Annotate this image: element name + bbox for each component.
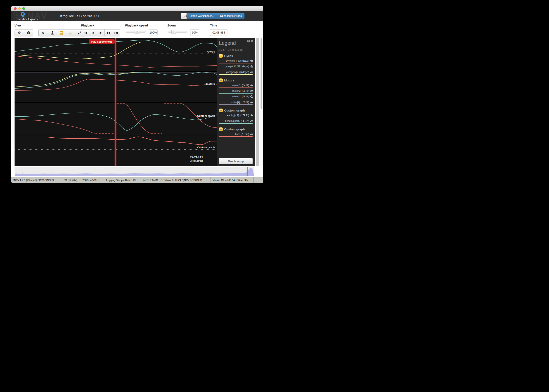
step-forward-button[interactable] [104, 29, 112, 36]
legend-item[interactable]: baro (25.9m) [219, 132, 253, 138]
expand-arrows-icon [78, 31, 81, 35]
close-window-button[interactable] [14, 7, 17, 10]
export-video-button[interactable]: Export video... [181, 13, 187, 19]
series-color-underline [219, 136, 253, 137]
series-color-underline [219, 87, 253, 88]
spectrum-view-button[interactable] [66, 29, 75, 36]
legend-item[interactable]: heading[pitch] (-45.0°) [219, 119, 253, 125]
graph-canvas[interactable]: Gyros Motors Custom graph 02:08.884 #006… [14, 38, 217, 166]
title-bar[interactable] [11, 6, 263, 11]
zoom-slider-thumb[interactable] [172, 30, 176, 34]
status-bar: INAV 1.2.0 (29eefe8) SPRACINGF33S (12.70… [11, 177, 263, 183]
sticks-view-button[interactable] [48, 29, 57, 36]
legend-item-label: motor[4] (100 %) [231, 101, 249, 104]
help-icon[interactable]: ? [247, 40, 250, 42]
log-file-title: Krogulec ESC on fire.TXT [60, 14, 100, 18]
skip-end-icon [115, 32, 118, 34]
collapse-group-button[interactable] [219, 127, 223, 131]
jump-start-button[interactable] [81, 29, 89, 36]
mixer-icon[interactable] [250, 95, 253, 98]
collapse-group-button[interactable] [219, 78, 223, 82]
graph-section-label: Motors [206, 83, 215, 85]
legend-item[interactable]: motor[2] (96 %) [219, 89, 253, 94]
legend-item[interactable]: gyro[pitch] (482 deg/s) [219, 65, 253, 70]
mixer-icon[interactable] [250, 120, 253, 123]
zoom-window-button[interactable] [22, 7, 25, 10]
zoom-input[interactable] [190, 29, 199, 36]
mixer-icon[interactable] [250, 84, 253, 87]
series-color-underline [219, 105, 253, 105]
playback-speed-input[interactable] [149, 29, 158, 36]
log-time-range: 01:37 - 03:48 [02:11] [219, 48, 253, 51]
minimize-window-button[interactable] [18, 7, 21, 10]
playback-cursor-line[interactable] [115, 38, 116, 166]
legend-item[interactable]: heading[roll] (-179.2°) [219, 113, 253, 119]
legend-group-label: Custom graph [224, 109, 245, 112]
settings-button[interactable]: ⚙ [15, 29, 24, 36]
craft-view-button[interactable]: ✈ [39, 29, 48, 36]
legend-group-label: Motors [224, 79, 234, 82]
status-segment: INAV 1.2.0 (29eefe8) SPRACINGF3 [11, 177, 62, 183]
equalizer-icon [69, 31, 72, 35]
legend-group-label: Gyros [224, 54, 233, 58]
legend-item[interactable]: gyro[roll] (-405 deg/s) [219, 59, 253, 64]
play-button[interactable] [97, 29, 104, 36]
legend-group: Gyrosgyro[roll] (-405 deg/s)gyro[pitch] … [219, 54, 253, 76]
graph-section-label: Gyros [207, 50, 215, 53]
log-info-button[interactable]: i [24, 29, 33, 36]
legend-item-label: gyro[yaw] (-26 deg/s) [226, 71, 249, 74]
series-color-underline [219, 99, 253, 99]
playback-label: Playback [81, 24, 94, 27]
app-name: Blackbox Explorer [17, 18, 38, 21]
legend-group: Custom graphbaro (25.9m) [219, 127, 253, 138]
toolbar: View ⚙ i ✈ Playback [11, 21, 263, 38]
step-back-button[interactable] [89, 29, 97, 36]
mixer-icon[interactable] [250, 114, 253, 117]
legend-item-label: heading[roll] (-179.2°) [226, 114, 249, 117]
joystick-icon [51, 31, 54, 35]
series-color-underline [219, 93, 253, 94]
playback-speed-slider[interactable] [126, 31, 146, 33]
mixer-icon[interactable] [250, 71, 253, 74]
playback-speed-slider-thumb[interactable] [135, 30, 139, 34]
info-icon: i [27, 31, 30, 34]
legend-item[interactable]: gyro[yaw] (-26 deg/s) [219, 70, 253, 76]
mixer-icon[interactable] [250, 60, 253, 63]
inner-scrollbar-track[interactable] [260, 38, 263, 166]
jump-end-button[interactable] [112, 29, 120, 36]
legend-item[interactable]: motor[1] (54 %) [219, 84, 253, 89]
series-color-underline [219, 69, 253, 69]
table-view-button[interactable] [57, 29, 66, 36]
mixer-icon[interactable] [250, 90, 253, 92]
series-color-underline [219, 74, 253, 75]
legend-item[interactable]: motor[4] (100 %) [219, 100, 253, 106]
scroll-gutter [255, 38, 263, 166]
graph-setup-button[interactable]: Graph setup [219, 158, 253, 164]
log-seekbar[interactable] [14, 167, 254, 176]
collapse-group-button[interactable] [219, 54, 223, 58]
mixer-icon[interactable] [250, 133, 253, 136]
series-color-underline [219, 63, 253, 63]
skip-start-icon [84, 32, 87, 34]
close-legend-icon[interactable]: ✕ [251, 40, 253, 42]
export-workspaces-button[interactable]: Export Workspaces... [187, 13, 217, 19]
legend-item[interactable]: motor[3] (96 %) [219, 95, 253, 100]
status-segment: ANGLE|MAG HOLD|NAV ALTHOLD|NAV POSHOLD [141, 177, 210, 183]
table-icon [60, 31, 63, 35]
mixer-icon[interactable] [250, 65, 253, 68]
view-label: View [14, 24, 21, 27]
collapse-group-button[interactable] [219, 109, 223, 112]
mixer-icon[interactable] [250, 101, 253, 104]
time-input[interactable] [210, 29, 227, 36]
inner-scrollbar-thumb[interactable] [261, 38, 262, 109]
legend-group-label: Custom graph [224, 127, 245, 131]
window-scrollbar[interactable] [256, 38, 259, 166]
seekbar-marker[interactable] [247, 167, 248, 176]
legend-item-label: heading[pitch] (-45.0°) [225, 120, 249, 122]
legend-panel: ? ✕ Legend 01:37 - 03:48 [02:11] Gyrosgy… [217, 38, 255, 166]
step-forward-icon [107, 32, 110, 34]
step-back-icon [92, 32, 94, 34]
legend-item-label: motor[2] (96 %) [232, 90, 249, 92]
open-log-file-button[interactable]: Open log file/video [217, 13, 245, 19]
zoom-slider[interactable] [168, 31, 187, 33]
